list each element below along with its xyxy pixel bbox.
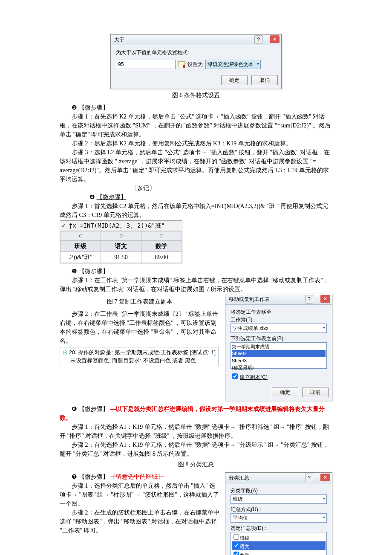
step-6-2: 步骤 2：首先选择 A1：K19 单元格，然后单击 "数据" 选项卡→ "分级显… <box>60 440 332 458</box>
close-icon[interactable]: × <box>270 35 280 43</box>
microstep-label: 【微步骤】 <box>79 406 109 412</box>
workbook-dropdown[interactable]: 学生成绩单.xlsx <box>231 324 327 333</box>
format-label: 为大于以下值的单元格设置格式: <box>116 49 276 56</box>
create-copy-label: 建立副本(C) <box>240 374 268 380</box>
close-icon[interactable]: × <box>320 295 330 303</box>
issue-testpoint: [测试点: 1] <box>190 349 216 356</box>
greater-than-dialog: 大于 ? × 为大于以下值的单元格设置格式: 95 设置为 绿填充色深绿色文本 … <box>110 34 282 89</box>
col-c: C <box>61 231 101 241</box>
issue-or: 或者 <box>172 357 185 364</box>
test-point-20: ⊟ 20. 操作的对象是: 第一学期期末成绩-工作表标签 [测试点: 1] 未设… <box>60 347 219 366</box>
excel-formula-snippet: ✓ ƒx =INT(MID(A2, 3, 2))&"班" C D E 班级 语文… <box>60 220 182 263</box>
step-6-1: 步骤 1：首先选择 A1：K19 单元格，然后单击 "数据" 选项卡→ "排序和… <box>60 422 332 440</box>
issue-text-2: 未设置标签颜色, 而题目要求: <box>70 357 143 364</box>
item-label: 语文 <box>240 544 249 549</box>
issue-req-1: 不设置白色 <box>143 357 171 364</box>
list-item[interactable]: (移至最后) <box>232 364 326 371</box>
cancel-button[interactable]: 取消 <box>251 75 278 85</box>
item-label: 数学 <box>240 553 249 555</box>
step-3-1: 步骤 1：首先选择 K2 单元格，然后单击 "公式" 选项卡→ "插入函数" 按… <box>60 112 332 139</box>
dialog-title: 移动或复制工作表 <box>229 296 270 302</box>
dialog-title: 大于 <box>114 37 124 43</box>
microstep-label: 【微步骤】 <box>97 194 127 200</box>
dialog-title: 分类汇总 <box>229 475 249 481</box>
section-6-header: ❻ 【微步骤】 —以下是就分类汇总栏进展编辑，假设对第一学期期末成绩进展编辑将丧… <box>60 405 332 422</box>
section-5-header: ❺ 【微步骤】 <box>60 267 332 276</box>
sheet-list[interactable]: 第一学期期末成绩 Sheet2 Sheet3 (移至最后) <box>231 342 327 369</box>
list-item[interactable]: 第一学期期末成绩 <box>232 343 326 350</box>
create-copy-checkbox[interactable] <box>232 373 238 379</box>
microstep-label: 【微步骤】 <box>79 474 109 480</box>
close-icon[interactable]: × <box>320 474 330 481</box>
list-marker-4: ❹ <box>89 194 95 200</box>
list-item[interactable]: Sheet3 <box>232 357 326 364</box>
help-icon[interactable]: ? <box>254 35 262 44</box>
list-item[interactable]: 语文 <box>232 541 326 550</box>
cancel-button[interactable]: 取消 <box>302 387 329 397</box>
issue-text-1: 操作的对象是: <box>78 349 114 356</box>
workbook-label: 工作簿(T)： <box>231 316 327 324</box>
header-chinese: 语文 <box>101 240 141 251</box>
move-copy-sheet-dialog: 移动或复制工作表 ? × 将选定工作表移至 工作簿(T)： 学生成绩单.xlsx… <box>225 294 332 401</box>
header-math: 数学 <box>141 240 182 251</box>
list-marker-3: ❸ <box>72 104 77 111</box>
ok-button[interactable]: 确定 <box>221 75 248 85</box>
microstep-label: 【微步骤】 <box>79 104 109 111</box>
list-marker-5: ❺ <box>72 268 77 275</box>
cell-c2: .2))&"班" <box>61 251 101 263</box>
help-icon[interactable]: ? <box>305 295 313 304</box>
range-picker-icon[interactable] <box>178 61 185 67</box>
step-4-1: 步骤 1：首先选择 C2 单元格，然后在该单元格中输入=INT(MID(A2,3… <box>60 202 332 220</box>
section-4-header: ❹ 【微步骤】 <box>89 193 332 202</box>
before-sheet-label: 下列选定工作表之前(B)： <box>231 335 327 342</box>
list-item[interactable]: Sheet2 <box>232 350 326 357</box>
issue-object: 第一学期期末成绩-工作表标签 <box>115 349 188 356</box>
item-checkbox[interactable] <box>233 552 239 555</box>
ok-button[interactable]: 确定 <box>272 387 298 397</box>
col-d: D <box>101 231 141 241</box>
duoji-tag: 〔多记〕 <box>131 184 332 193</box>
item-checkbox[interactable] <box>233 543 239 548</box>
formula-bar[interactable]: =INT(MID(A2, 3, 2))&"班" <box>80 222 164 229</box>
category-field-label: 分类字段(A)： <box>231 487 327 494</box>
header-class: 班级 <box>61 240 101 251</box>
list-marker-7: ❼ <box>72 473 77 480</box>
summary-method-dropdown[interactable]: 平均值 <box>231 513 327 523</box>
fx-icon: ✓ ƒx <box>62 222 76 229</box>
selected-items-label: 选定汇总项(D)： <box>231 524 327 532</box>
help-icon[interactable]: ? <box>305 474 313 482</box>
summary-items-list[interactable]: 班级 语文 数学 英语 生物 地理 <box>231 532 327 555</box>
dialog-titlebar: 大于 ? × <box>111 35 281 45</box>
issue-req-2: 黑色 <box>185 357 196 364</box>
format-preset-dropdown[interactable]: 绿填充色深绿色文本 <box>205 60 261 69</box>
issue-number: 20. <box>69 349 77 356</box>
threshold-input[interactable]: 95 <box>116 60 176 69</box>
item-checkbox[interactable] <box>233 534 239 540</box>
dialog-titlebar: 分类汇总 ? × <box>225 473 332 483</box>
dialog-titlebar: 移动或复制工作表 ? × <box>225 294 332 305</box>
strikethrough-note: 〔留意选中的区域〕 <box>110 474 164 480</box>
step-3-3: 步骤 3：选择 L2 单元格，然后单击 "公式" 选项卡→ "插入函数" 按钮，… <box>60 148 332 184</box>
subtotal-dialog: 分类汇总 ? × 分类字段(A)： 班级 汇总方式(U)： 平均值 选定汇总项(… <box>225 472 332 555</box>
figure-6-caption: 图 6 条件格式设置 <box>60 91 332 100</box>
section-3-header: ❸ 【微步骤】 <box>60 103 332 112</box>
summary-method-label: 汇总方式(U)： <box>231 506 327 513</box>
list-item[interactable]: 班级 <box>232 533 326 542</box>
step-3-2: 步骤 2：然后选择 K2 单元格，使用复制公式完成然后 K3：K19 单元格的求… <box>60 139 332 148</box>
set-as-label: 设置为 <box>187 61 203 68</box>
list-item[interactable]: 数学 <box>232 550 326 555</box>
col-e: E <box>141 231 182 241</box>
list-marker-6: ❻ <box>72 405 77 412</box>
cell-e2: 89.00 <box>141 251 182 263</box>
figure-8-caption: 图 8 分类汇总 <box>60 460 332 469</box>
item-label: 班级 <box>240 535 249 541</box>
microstep-label: 【微步骤】 <box>79 268 109 275</box>
category-field-dropdown[interactable]: 班级 <box>231 494 327 504</box>
step-5-1: 步骤 1：在工作表 "第一学期期末成绩" 标签上单击右键，在右键菜单中选择 "移… <box>60 276 332 294</box>
cell-d2: 91.50 <box>101 251 141 263</box>
move-to-label: 将选定工作表移至 <box>231 308 327 316</box>
collapse-icon[interactable]: ⊟ <box>63 349 67 356</box>
